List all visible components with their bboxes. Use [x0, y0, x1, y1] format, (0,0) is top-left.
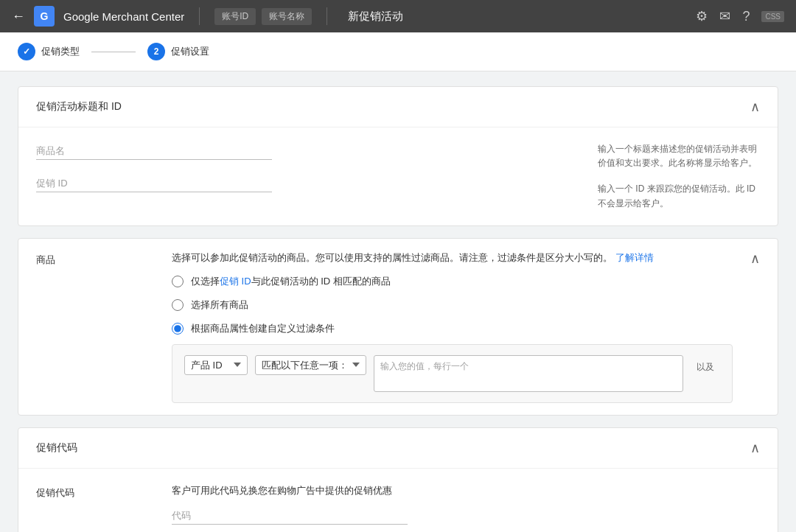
hint1-text: 输入一个标题来描述您的促销活动并表明价值和支出要求。此名称将显示给客户。 — [598, 142, 760, 170]
promo-code-header: 促销代码 ∧ — [18, 428, 778, 469]
account-name[interactable]: 账号名称 — [262, 8, 312, 25]
radio-input-1[interactable] — [172, 276, 184, 287]
promo-code-collapse-icon[interactable]: ∧ — [750, 440, 760, 456]
products-collapse-icon[interactable]: ∧ — [750, 251, 760, 403]
radio-input-3[interactable] — [172, 323, 184, 335]
filter-box: 产品 ID 品牌 商品分类 匹配以下任意一项： 匹配以下所有项： 输入您的值，每… — [172, 344, 733, 403]
back-button[interactable]: ← — [12, 9, 25, 24]
step2-label: 促销设置 — [171, 45, 209, 58]
header: ← G Google Merchant Center 账号ID 账号名称 新促销… — [0, 0, 796, 32]
step1-label: 促销类型 — [41, 45, 80, 58]
step-2: 2 促销设置 — [147, 43, 209, 60]
settings-icon[interactable]: ⚙ — [696, 8, 708, 24]
promo-title-collapse-icon[interactable]: ∧ — [750, 99, 760, 115]
promo-title-hints: 输入一个标题来描述您的促销活动并表明价值和支出要求。此名称将显示给客户。 输入一… — [598, 142, 760, 211]
radio-label-3: 根据商品属性创建自定义过滤条件 — [191, 322, 335, 335]
radio-label-1: 仅选择促销 ID与此促销活动的 ID 相匹配的商品 — [191, 275, 391, 288]
mail-icon[interactable]: ✉ — [719, 8, 730, 24]
radio-item-2[interactable]: 选择所有商品 — [172, 298, 733, 312]
filter-match-select[interactable]: 匹配以下任意一项： 匹配以下所有项： — [255, 355, 366, 375]
radio-item-3[interactable]: 根据商品属性创建自定义过滤条件 — [172, 322, 733, 335]
products-section: 商品 选择可以参加此促销活动的商品。您可以使用支持的属性过滤商品。请注意，过滤条… — [18, 238, 778, 416]
hint2-text: 输入一个 ID 来跟踪您的促销活动。此 ID 不会显示给客户。 — [598, 182, 760, 210]
header-divider2 — [327, 7, 327, 25]
product-name-input[interactable] — [36, 142, 272, 160]
promo-code-body: 促销代码 客户可用此代码兑换您在购物广告中提供的促销优惠 — [18, 469, 778, 532]
filter-value-placeholder: 输入您的值，每行一个 — [380, 361, 469, 371]
promo-id-input[interactable] — [36, 175, 272, 192]
stepper: ✓ 促销类型 2 促销设置 — [0, 32, 796, 71]
promo-code-right: 客户可用此代码兑换您在购物广告中提供的促销优惠 — [172, 483, 760, 532]
products-section-label: 商品 — [36, 251, 154, 403]
radio-label-2: 选择所有商品 — [191, 298, 248, 312]
css-badge: CSS — [761, 11, 784, 22]
step2-circle: 2 — [147, 43, 165, 60]
step-1: ✓ 促销类型 — [18, 43, 80, 60]
promo-code-left-label: 促销代码 — [36, 483, 154, 532]
promo-code-desc: 客户可用此代码兑换您在购物广告中提供的促销优惠 — [172, 483, 760, 499]
promo-title-section: 促销活动标题和 ID ∧ 输入一个标题来描述您的促销活动并表明价值和支出要求。此… — [18, 86, 778, 226]
step1-circle: ✓ — [18, 43, 35, 60]
app-title: Google Merchant Center — [63, 10, 184, 23]
page-title: 新促销活动 — [348, 10, 403, 24]
promo-code-section: 促销代码 ∧ 促销代码 客户可用此代码兑换您在购物广告中提供的促销优惠 — [18, 427, 778, 532]
help-icon[interactable]: ? — [742, 9, 750, 24]
account-info: 账号ID 账号名称 — [214, 8, 312, 25]
filter-value-area[interactable]: 输入您的值，每行一个 — [374, 355, 683, 392]
filter-attribute-select[interactable]: 产品 ID 品牌 商品分类 — [184, 355, 248, 375]
promo-title-fields — [36, 142, 580, 211]
back-icon: ← — [12, 9, 25, 24]
learn-more-link[interactable]: 了解详情 — [615, 252, 654, 263]
promo-id-link: 促销 ID — [220, 276, 251, 287]
promo-code-section-label: 促销代码 — [36, 441, 77, 455]
promo-title-section-body: 输入一个标题来描述您的促销活动并表明价值和支出要求。此名称将显示给客户。 输入一… — [18, 127, 778, 225]
header-divider — [199, 7, 200, 25]
promo-code-input[interactable] — [172, 507, 408, 525]
products-section-content: 选择可以参加此促销活动的商品。您可以使用支持的属性过滤商品。请注意，过滤条件是区… — [172, 251, 733, 403]
step-connector — [91, 52, 136, 52]
step2-number: 2 — [154, 46, 159, 57]
account-id[interactable]: 账号ID — [214, 8, 256, 25]
app-logo: G — [34, 6, 55, 27]
promo-title-section-label: 促销活动标题和 ID — [36, 100, 122, 113]
radio-item-1[interactable]: 仅选择促销 ID与此促销活动的 ID 相匹配的商品 — [172, 275, 733, 288]
products-desc: 选择可以参加此促销活动的商品。您可以使用支持的属性过滤商品。请注意，过滤条件是区… — [172, 251, 733, 266]
radio-input-2[interactable] — [172, 299, 184, 311]
step1-check-icon: ✓ — [23, 46, 30, 57]
header-actions: ⚙ ✉ ? CSS — [696, 8, 784, 24]
promo-title-section-header: 促销活动标题和 ID ∧ — [18, 87, 778, 127]
main-content: 促销活动标题和 ID ∧ 输入一个标题来描述您的促销活动并表明价值和支出要求。此… — [0, 71, 796, 532]
filter-and-button[interactable]: 以及 — [691, 357, 720, 378]
products-section-inner: 商品 选择可以参加此促销活动的商品。您可以使用支持的属性过滤商品。请注意，过滤条… — [18, 239, 778, 415]
product-radio-group: 仅选择促销 ID与此促销活动的 ID 相匹配的商品 选择所有商品 根据商品属性创… — [172, 275, 733, 335]
